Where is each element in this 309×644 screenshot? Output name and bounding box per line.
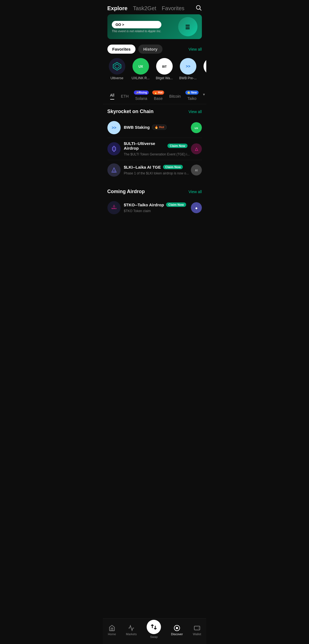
chain-tab-all[interactable]: All (107, 88, 117, 101)
search-icon (195, 4, 202, 11)
tab-history-pill[interactable]: History (138, 45, 162, 54)
fav-label-bwb: BWB Pre-... (179, 76, 197, 80)
svg-text:AI: AI (195, 169, 198, 172)
chain-tab-more[interactable]: ▾ (200, 91, 206, 98)
fav-item-bitget2[interactable]: BI Bitget (202, 58, 206, 80)
bwb-name: BWB Staking (124, 125, 150, 130)
lki-side-avatar: AI (191, 165, 202, 176)
banner-disclaimer: This event is not related to Apple Inc. (112, 29, 162, 33)
ulti-info: $ULTI--Ultiverse Airdrop Claim Now The $… (124, 141, 188, 157)
lki-claim-badge[interactable]: Claim Now (163, 165, 183, 169)
fav-label-ultiverse: Ultiverse (110, 76, 123, 80)
svg-text:△: △ (194, 147, 198, 151)
item-avatar-lki: △ (107, 163, 121, 177)
fav-label-uxlink: UXLINK R... (132, 76, 150, 80)
fav-item-uxlink[interactable]: UX UXLINK R... (131, 58, 150, 80)
promo-banner[interactable]: GO > This event is not related to Apple … (107, 14, 202, 39)
chain-tab-all-label: All (107, 92, 117, 101)
skyrocket-item-ulti[interactable]: $ULTI--Ultiverse Airdrop Claim Now The $… (107, 138, 202, 160)
chain-filter-tabs: All ETH ✨Rising Solana 🔥 Hot Base Bitcoi… (103, 84, 206, 104)
lki-desc: Phase 1 of the $LKI token airdrop is now… (124, 171, 189, 175)
tko-side-avatar: ◆ (191, 202, 202, 213)
skyrocket-section: Skyrocket on Chain View all >> BWB Staki… (103, 104, 206, 180)
chain-tab-taiko[interactable]: ⭐ New Taiko (185, 87, 199, 102)
badge-new: ⭐ New (185, 91, 198, 95)
tko-info: $TKO--Taiko Airdrop Claim Now $TKO Token… (124, 202, 188, 213)
svg-marker-3 (115, 64, 119, 68)
lki-name: $LKI--Laika AI TGE (124, 165, 161, 169)
tko-desc: $TKO Token claim (124, 209, 151, 213)
svg-text:>>: >> (112, 125, 116, 130)
banner-logo-circle: ≡ (178, 17, 197, 36)
bwb-info: BWB Staking 🔥 Hot (124, 125, 188, 131)
skyrocket-title: Skyrocket on Chain (107, 109, 154, 114)
header: Explore Task2Get Favorites (103, 0, 206, 14)
fav-item-bitget[interactable]: BIT Bitget Wa... (155, 58, 174, 80)
fav-avatar-ultiverse (109, 58, 125, 75)
fav-item-ultiverse[interactable]: Ultiverse (107, 58, 127, 80)
tab-favorites-pill[interactable]: Favorites (107, 45, 136, 54)
chain-tab-taiko-label: Taiko (185, 95, 199, 102)
banner-go-button[interactable]: GO > (112, 21, 162, 28)
favorites-view-all[interactable]: View all (189, 47, 202, 51)
badge-rising: ✨Rising (134, 91, 149, 95)
chain-tab-solana-label: Solana (132, 95, 150, 102)
skyrocket-item-lki[interactable]: △ $LKI--Laika AI TGE Claim Now Phase 1 o… (107, 160, 202, 180)
svg-text:BIT: BIT (162, 65, 166, 68)
svg-text:◆: ◆ (195, 207, 198, 210)
chain-tab-base[interactable]: 🔥 Hot Base (151, 87, 166, 102)
favorites-row: Ultiverse UX UXLINK R... BIT Bitget Wa..… (103, 56, 206, 84)
fav-avatar-bitget2: BI (204, 58, 206, 75)
chain-tab-bitcoin-label: Bitcoin (167, 93, 184, 100)
banner-logo-text: ≡ (185, 22, 190, 31)
svg-text:△: △ (113, 169, 115, 172)
tab-explore[interactable]: Explore (107, 5, 128, 12)
svg-text:>>: >> (186, 64, 190, 68)
svg-text:UX: UX (138, 65, 143, 68)
bwb-title-row: BWB Staking 🔥 Hot (124, 125, 188, 130)
chain-tab-eth[interactable]: ETH (118, 89, 131, 100)
coming-airdrop-title: Coming Airdrop (107, 189, 145, 194)
lki-title-row: $LKI--Laika AI TGE Claim Now (124, 165, 188, 169)
bwb-side-avatar: UX (191, 122, 202, 133)
chain-tab-bitcoin[interactable]: Bitcoin (167, 89, 184, 100)
ulti-claim-badge[interactable]: Claim Now (167, 144, 187, 148)
tko-title-row: $TKO--Taiko Airdrop Claim Now (124, 202, 188, 207)
lki-info: $LKI--Laika AI TGE Claim Now Phase 1 of … (124, 165, 188, 176)
tko-name: $TKO--Taiko Airdrop (124, 202, 164, 207)
bwb-hot-badge: 🔥 Hot (152, 125, 167, 130)
coming-airdrop-view-all[interactable]: View all (189, 190, 202, 194)
tko-claim-badge[interactable]: Claim Now (166, 202, 186, 207)
fav-avatar-bitget: BIT (156, 58, 173, 75)
skyrocket-item-bwb[interactable]: >> BWB Staking 🔥 Hot UX (107, 118, 202, 138)
airdrop-item-tko[interactable]: taiko △ $TKO--Taiko Airdrop Claim Now $T… (107, 198, 202, 218)
svg-line-1 (200, 9, 201, 11)
fav-item-bwb[interactable]: >> BWB Pre-... (178, 58, 198, 80)
item-avatar-ulti (107, 142, 121, 155)
svg-text:△: △ (113, 204, 115, 207)
banner-content: GO > This event is not related to Apple … (112, 21, 162, 33)
fav-avatar-uxlink: UX (132, 58, 149, 75)
chain-tab-solana[interactable]: ✨Rising Solana (132, 87, 150, 102)
chain-tab-base-label: Base (151, 95, 166, 102)
fav-avatar-bwb: >> (180, 58, 196, 75)
fav-label-bitget: Bitget Wa... (156, 76, 173, 80)
svg-point-0 (196, 6, 200, 9)
ulti-desc: The $ULTI Token Generation Event (TGE) i… (124, 152, 190, 156)
search-button[interactable] (195, 4, 202, 12)
tab-favorites[interactable]: Favorites (162, 5, 184, 12)
coming-airdrop-section: Coming Airdrop View all taiko △ $TKO--Ta… (103, 184, 206, 218)
favorites-history-tabs: Favorites History View all (103, 42, 206, 56)
ulti-title-row: $ULTI--Ultiverse Airdrop Claim Now (124, 141, 188, 150)
chain-tab-eth-label: ETH (118, 93, 131, 100)
skyrocket-title-row: Skyrocket on Chain View all (107, 109, 202, 114)
svg-text:taiko: taiko (111, 207, 116, 210)
skyrocket-view-all[interactable]: View all (189, 109, 202, 114)
coming-airdrop-title-row: Coming Airdrop View all (107, 189, 202, 194)
ulti-name: $ULTI--Ultiverse Airdrop (124, 141, 166, 150)
item-avatar-bwb: >> (107, 121, 121, 134)
badge-hot: 🔥 Hot (152, 91, 164, 95)
item-avatar-tko: taiko △ (107, 201, 121, 214)
tab-task2get[interactable]: Task2Get (133, 5, 156, 12)
svg-marker-2 (113, 62, 121, 70)
